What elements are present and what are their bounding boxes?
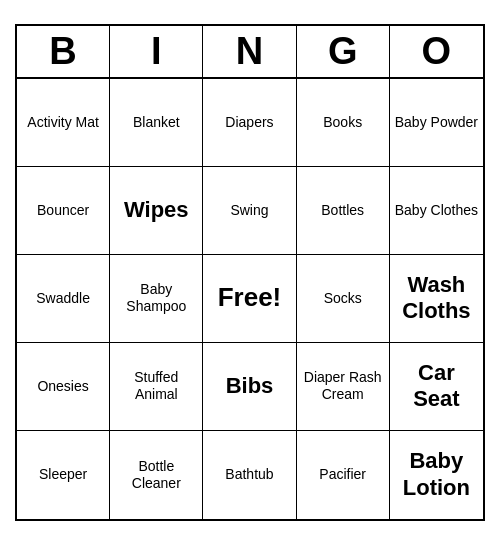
bingo-cell: Swaddle bbox=[17, 255, 110, 343]
bingo-cell: Stuffed Animal bbox=[110, 343, 203, 431]
bingo-cell: Books bbox=[297, 79, 390, 167]
bingo-header: BINGO bbox=[17, 26, 483, 79]
bingo-cell: Baby Clothes bbox=[390, 167, 483, 255]
bingo-grid: Activity MatBlanketDiapersBooksBaby Powd… bbox=[17, 79, 483, 519]
header-letter: B bbox=[17, 26, 110, 77]
bingo-cell: Car Seat bbox=[390, 343, 483, 431]
bingo-cell: Pacifier bbox=[297, 431, 390, 519]
bingo-cell: Baby Powder bbox=[390, 79, 483, 167]
bingo-cell: Baby Lotion bbox=[390, 431, 483, 519]
header-letter: I bbox=[110, 26, 203, 77]
bingo-cell: Bathtub bbox=[203, 431, 296, 519]
bingo-cell: Bottles bbox=[297, 167, 390, 255]
header-letter: O bbox=[390, 26, 483, 77]
bingo-cell: Wipes bbox=[110, 167, 203, 255]
bingo-cell: Diaper Rash Cream bbox=[297, 343, 390, 431]
bingo-cell: Activity Mat bbox=[17, 79, 110, 167]
bingo-cell: Socks bbox=[297, 255, 390, 343]
bingo-cell: Sleeper bbox=[17, 431, 110, 519]
bingo-cell: Bottle Cleaner bbox=[110, 431, 203, 519]
header-letter: N bbox=[203, 26, 296, 77]
bingo-cell: Wash Cloths bbox=[390, 255, 483, 343]
bingo-cell: Swing bbox=[203, 167, 296, 255]
bingo-card: BINGO Activity MatBlanketDiapersBooksBab… bbox=[15, 24, 485, 521]
bingo-cell: Diapers bbox=[203, 79, 296, 167]
bingo-cell: Bouncer bbox=[17, 167, 110, 255]
bingo-cell: Blanket bbox=[110, 79, 203, 167]
bingo-cell: Onesies bbox=[17, 343, 110, 431]
bingo-cell: Baby Shampoo bbox=[110, 255, 203, 343]
header-letter: G bbox=[297, 26, 390, 77]
bingo-cell: Bibs bbox=[203, 343, 296, 431]
bingo-cell: Free! bbox=[203, 255, 296, 343]
